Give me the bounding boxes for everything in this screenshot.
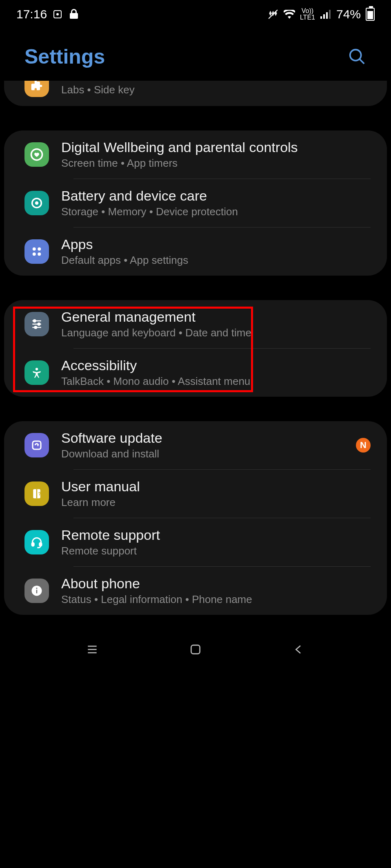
settings-group: General management Language and keyboard… <box>4 300 387 397</box>
settings-item-subtitle: Remote support <box>61 545 371 557</box>
recents-icon <box>86 643 99 656</box>
recents-button[interactable] <box>86 643 99 656</box>
settings-item-advanced-features[interactable]: Advanced features Labs • Side key <box>4 81 387 106</box>
svg-point-21 <box>35 326 37 328</box>
info-icon <box>24 579 49 603</box>
settings-item-title: Digital Wellbeing and parental controls <box>61 139 371 155</box>
svg-rect-25 <box>36 489 38 499</box>
settings-item-text: Accessibility TalkBack • Mono audio • As… <box>61 358 371 388</box>
heart-ring-icon <box>24 142 49 167</box>
svg-rect-5 <box>326 12 328 19</box>
svg-point-22 <box>36 368 38 370</box>
back-button[interactable] <box>292 643 305 656</box>
settings-item-user-manual[interactable]: ? User manual Learn more <box>4 470 387 518</box>
settings-item-text: User manual Learn more <box>61 479 371 509</box>
settings-item-subtitle: TalkBack • Mono audio • Assistant menu <box>61 375 371 388</box>
settings-item-text: Remote support Remote support <box>61 527 371 557</box>
settings-item-subtitle: Labs • Side key <box>61 84 371 96</box>
search-icon <box>348 47 367 66</box>
settings-item-apps[interactable]: Apps Default apps • App settings <box>4 227 387 276</box>
lock-icon <box>68 9 80 20</box>
battery-percent: 74% <box>336 7 361 21</box>
status-bar-left: 17:16 <box>16 7 80 21</box>
settings-item-about-phone[interactable]: About phone Status • Legal information •… <box>4 567 387 615</box>
svg-point-19 <box>33 320 36 322</box>
back-icon <box>292 643 305 656</box>
settings-item-text: Digital Wellbeing and parental controls … <box>61 139 371 170</box>
notification-badge: N <box>356 438 371 453</box>
book-icon: ? <box>24 481 49 506</box>
care-ring-icon <box>24 191 49 215</box>
settings-item-general-management[interactable]: General management Language and keyboard… <box>4 300 387 348</box>
settings-item-subtitle: Download and install <box>61 448 344 460</box>
settings-item-text: Apps Default apps • App settings <box>61 236 371 267</box>
svg-point-31 <box>36 588 37 589</box>
wifi-icon <box>284 9 295 20</box>
svg-point-7 <box>350 50 361 61</box>
settings-item-battery-device-care[interactable]: Battery and device care Storage • Memory… <box>4 179 387 227</box>
vibrate-icon <box>267 9 279 20</box>
refresh-icon <box>24 433 49 457</box>
svg-rect-28 <box>40 543 42 546</box>
settings-item-text: Advanced features Labs • Side key <box>61 82 371 96</box>
signal-icon <box>320 9 331 20</box>
settings-header: Settings <box>0 29 391 81</box>
status-bar-right: Vo)) LTE1 74% <box>267 7 375 21</box>
settings-item-text: About phone Status • Legal information •… <box>61 576 371 606</box>
svg-point-12 <box>33 247 36 251</box>
settings-item-title: About phone <box>61 576 371 592</box>
svg-point-1 <box>56 13 59 15</box>
settings-item-subtitle: Screen time • App timers <box>61 157 371 170</box>
settings-item-text: General management Language and keyboard… <box>61 309 371 339</box>
home-icon <box>189 643 202 656</box>
settings-item-subtitle: Language and keyboard • Date and time <box>61 327 371 339</box>
settings-item-digital-wellbeing[interactable]: Digital Wellbeing and parental controls … <box>4 130 387 179</box>
search-button[interactable] <box>348 47 367 66</box>
svg-rect-3 <box>320 16 322 19</box>
settings-item-title: User manual <box>61 479 371 495</box>
svg-text:?: ? <box>38 491 41 496</box>
svg-line-8 <box>360 59 364 64</box>
volte-label: Vo)) LTE1 <box>300 8 315 21</box>
svg-rect-30 <box>36 590 38 594</box>
status-bar: 17:16 Vo)) LTE1 74% <box>0 0 391 29</box>
settings-item-title: Apps <box>61 236 371 252</box>
person-icon <box>24 360 49 385</box>
page-title: Settings <box>24 45 105 68</box>
app-indicator-icon <box>52 9 63 20</box>
puzzle-icon <box>24 81 49 97</box>
status-time: 17:16 <box>16 7 47 21</box>
settings-item-text: Software update Download and install <box>61 430 344 460</box>
settings-item-subtitle: Status • Legal information • Phone name <box>61 593 371 606</box>
svg-rect-23 <box>33 441 41 449</box>
settings-group: Digital Wellbeing and parental controls … <box>4 130 387 276</box>
svg-rect-35 <box>191 645 200 654</box>
settings-item-title: Software update <box>61 430 344 446</box>
settings-item-title: Accessibility <box>61 358 371 373</box>
headset-icon <box>24 530 49 554</box>
home-button[interactable] <box>189 643 202 656</box>
svg-point-20 <box>38 323 40 325</box>
svg-point-13 <box>38 247 41 251</box>
settings-item-subtitle: Default apps • App settings <box>61 254 371 267</box>
settings-item-title: Remote support <box>61 527 371 543</box>
grid4-icon <box>24 239 49 264</box>
settings-item-remote-support[interactable]: Remote support Remote support <box>4 518 387 566</box>
settings-item-accessibility[interactable]: Accessibility TalkBack • Mono audio • As… <box>4 349 387 397</box>
sliders-icon <box>24 312 49 336</box>
svg-point-14 <box>33 252 36 256</box>
android-navigation-bar <box>0 627 391 672</box>
svg-rect-4 <box>323 14 325 19</box>
settings-item-title: General management <box>61 309 371 325</box>
settings-item-software-update[interactable]: Software update Download and install N <box>4 421 387 469</box>
settings-group: Advanced features Labs • Side key <box>4 81 387 106</box>
svg-rect-6 <box>329 10 331 19</box>
svg-rect-27 <box>32 543 34 546</box>
settings-group: Software update Download and install N ?… <box>4 421 387 615</box>
battery-icon <box>366 8 375 21</box>
settings-item-title: Battery and device care <box>61 188 371 204</box>
svg-point-15 <box>38 252 41 256</box>
settings-item-subtitle: Storage • Memory • Device protection <box>61 205 371 218</box>
settings-item-subtitle: Learn more <box>61 496 371 509</box>
settings-item-text: Battery and device care Storage • Memory… <box>61 188 371 218</box>
